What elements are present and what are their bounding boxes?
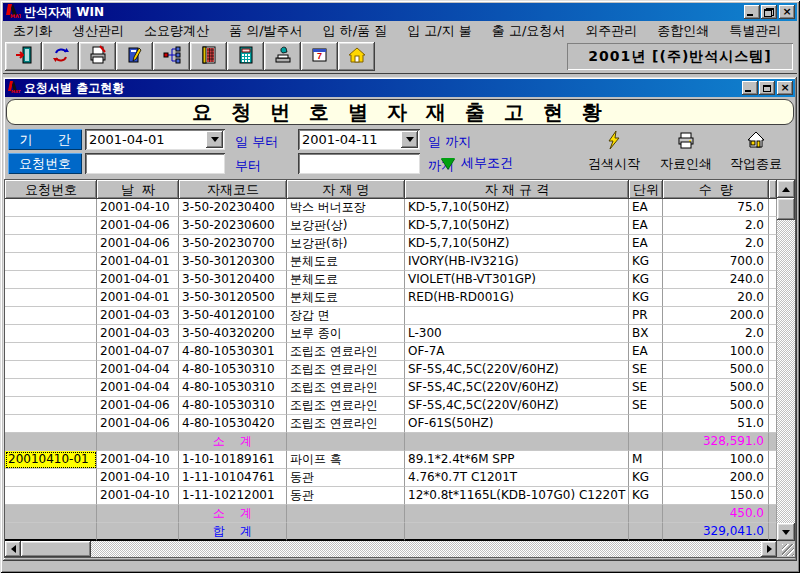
request-from-input[interactable] bbox=[85, 153, 225, 174]
grid-cell[interactable]: 2001-04-07 bbox=[97, 343, 179, 361]
grid-cell[interactable] bbox=[5, 361, 97, 379]
grid-cell[interactable]: KG bbox=[629, 271, 663, 289]
chevron-down-icon[interactable] bbox=[206, 131, 223, 148]
write-note-button[interactable] bbox=[116, 42, 153, 71]
grid-cell[interactable]: OF-7A bbox=[405, 343, 629, 361]
grid-cell[interactable]: 파이프 흑 bbox=[287, 451, 405, 469]
grid-cell[interactable]: 소 계 bbox=[179, 433, 287, 451]
grid-cell[interactable]: 329,041.0 bbox=[663, 523, 769, 541]
flow-chart-button[interactable] bbox=[153, 42, 190, 71]
scroll-up-button[interactable] bbox=[777, 180, 795, 198]
grid-cell[interactable]: 100.0 bbox=[663, 343, 769, 361]
grid-cell[interactable]: 합 계 bbox=[179, 523, 287, 541]
grid-cell[interactable]: 500.0 bbox=[663, 397, 769, 415]
grid-cell[interactable]: 51.0 bbox=[663, 415, 769, 433]
menu-item[interactable]: 외주관리 bbox=[575, 21, 647, 41]
grid-cell[interactable]: 3-50-20230400 bbox=[179, 199, 287, 217]
grid-cell[interactable] bbox=[5, 433, 97, 451]
grid-cell[interactable] bbox=[287, 505, 405, 523]
calendar-button[interactable]: 7 bbox=[301, 42, 338, 71]
grid-cell[interactable] bbox=[5, 307, 97, 325]
minimize-button[interactable] bbox=[744, 5, 760, 19]
grid-cell[interactable] bbox=[769, 199, 777, 217]
grid-cell[interactable] bbox=[5, 235, 97, 253]
grid-cell[interactable]: 2001-04-04 bbox=[97, 379, 179, 397]
grid-cell[interactable]: 4.76*0.7T C1201T bbox=[405, 469, 629, 487]
grid-cell[interactable] bbox=[629, 505, 663, 523]
grid-cell[interactable]: 소 계 bbox=[179, 505, 287, 523]
grid-cell[interactable]: 동관 bbox=[287, 469, 405, 487]
period-from-combobox[interactable]: 2001-04-01 bbox=[85, 129, 225, 150]
vscroll-thumb[interactable] bbox=[777, 198, 795, 220]
grid-cell[interactable] bbox=[769, 361, 777, 379]
grid-cell[interactable]: 2001-04-06 bbox=[97, 415, 179, 433]
menu-item[interactable]: 초기화 bbox=[3, 21, 62, 41]
grid-cell[interactable] bbox=[769, 379, 777, 397]
grid-cell[interactable]: SE bbox=[629, 397, 663, 415]
grid-cell[interactable] bbox=[5, 289, 97, 307]
period-to-combobox[interactable]: 2001-04-11 bbox=[298, 129, 420, 150]
detail-conditions-toggle[interactable]: 세부조건 bbox=[441, 154, 513, 172]
ledger-book-button[interactable] bbox=[190, 42, 227, 71]
grid-cell[interactable]: 75.0 bbox=[663, 199, 769, 217]
grid-cell[interactable]: 3-50-30120300 bbox=[179, 253, 287, 271]
grid-cell[interactable]: 1-10-10189161 bbox=[179, 451, 287, 469]
grid-cell[interactable] bbox=[769, 271, 777, 289]
grid-cell[interactable]: BX bbox=[629, 325, 663, 343]
grid-cell[interactable] bbox=[769, 523, 777, 541]
grid-cell[interactable]: 700.0 bbox=[663, 253, 769, 271]
close-button[interactable]: × bbox=[779, 5, 795, 19]
calculator-button[interactable] bbox=[227, 42, 264, 71]
grid-cell[interactable] bbox=[5, 217, 97, 235]
hscroll-thumb[interactable] bbox=[21, 541, 91, 557]
grid-cell[interactable]: 박스 버너포장 bbox=[287, 199, 405, 217]
grid-cell[interactable]: 보루 종이 bbox=[287, 325, 405, 343]
grid-cell[interactable] bbox=[769, 487, 777, 505]
grid-cell[interactable]: KG bbox=[629, 253, 663, 271]
grid-cell[interactable]: 200.0 bbox=[663, 469, 769, 487]
grid-cell[interactable] bbox=[769, 469, 777, 487]
grid-cell[interactable] bbox=[5, 469, 97, 487]
menu-item[interactable]: 입 하/품 질 bbox=[313, 21, 398, 41]
grid-cell[interactable]: 3-50-20230700 bbox=[179, 235, 287, 253]
grid-cell[interactable]: 328,591.0 bbox=[663, 433, 769, 451]
grid-cell[interactable] bbox=[769, 253, 777, 271]
grid-cell[interactable]: 4-80-10530301 bbox=[179, 343, 287, 361]
grid-cell[interactable]: 분체도료 bbox=[287, 289, 405, 307]
scroll-down-button[interactable] bbox=[777, 523, 795, 541]
grid-cell[interactable]: 분체도료 bbox=[287, 253, 405, 271]
grid-cell[interactable] bbox=[405, 505, 629, 523]
grid-cell[interactable]: 100.0 bbox=[663, 451, 769, 469]
grid-cell[interactable]: 조립조 연료라인 bbox=[287, 379, 405, 397]
grid-cell[interactable]: 2001-04-10 bbox=[97, 469, 179, 487]
grid-cell[interactable]: RED(HB-RD001G) bbox=[405, 289, 629, 307]
print-data-button[interactable]: 자료인쇄 bbox=[653, 128, 719, 175]
grid-cell[interactable]: 조립조 연료라인 bbox=[287, 397, 405, 415]
grid-cell[interactable]: OF-61S(50HZ) bbox=[405, 415, 629, 433]
grid-cell[interactable]: VIOLET(HB-VT301GP) bbox=[405, 271, 629, 289]
grid-cell[interactable] bbox=[769, 433, 777, 451]
grid-cell[interactable] bbox=[5, 271, 97, 289]
search-start-button[interactable]: 검색시작 bbox=[581, 128, 647, 175]
grid-cell[interactable]: KD-5,7,10(50HZ) bbox=[405, 199, 629, 217]
grid-cell[interactable] bbox=[97, 523, 179, 541]
grid-cell[interactable]: 2001-04-06 bbox=[97, 217, 179, 235]
menu-item[interactable]: 출 고/요청서 bbox=[482, 21, 576, 41]
chevron-down-icon[interactable] bbox=[401, 131, 418, 148]
grid-cell[interactable] bbox=[5, 325, 97, 343]
grid-cell[interactable]: 2001-04-01 bbox=[97, 253, 179, 271]
menu-item[interactable]: 품 의/발주서 bbox=[219, 21, 313, 41]
grid-cell[interactable] bbox=[769, 397, 777, 415]
grid-cell[interactable]: 200.0 bbox=[663, 307, 769, 325]
grid-cell[interactable]: 2.0 bbox=[663, 325, 769, 343]
grid-cell[interactable]: 3-50-20230600 bbox=[179, 217, 287, 235]
grid-cell[interactable] bbox=[5, 487, 97, 505]
menu-item[interactable]: 종합인쇄 bbox=[647, 21, 719, 41]
grid-cell[interactable]: 보강판(하) bbox=[287, 235, 405, 253]
grid-cell[interactable]: 2.0 bbox=[663, 235, 769, 253]
print-form-button[interactable] bbox=[79, 42, 116, 71]
column-header[interactable]: 자 재 명 bbox=[287, 180, 405, 199]
grid-cell[interactable]: 2001-04-10 bbox=[97, 451, 179, 469]
restore-button[interactable] bbox=[761, 5, 777, 19]
grid-cell[interactable]: PR bbox=[629, 307, 663, 325]
